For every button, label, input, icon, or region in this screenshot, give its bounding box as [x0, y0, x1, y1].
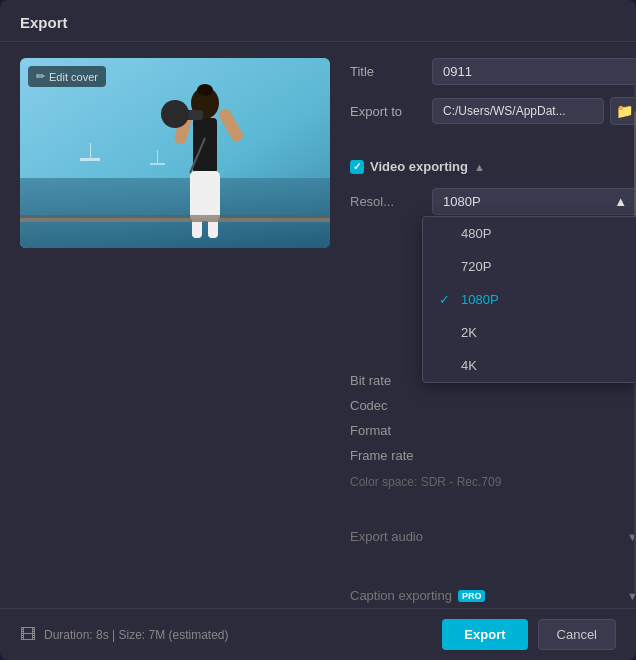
- dialog-footer: 🎞 Duration: 8s | Size: 7M (estimated) Ex…: [0, 608, 636, 660]
- footer-buttons: Export Cancel: [442, 619, 616, 650]
- cover-wrapper: ✏ Edit cover: [20, 58, 330, 248]
- svg-rect-11: [185, 110, 203, 120]
- folder-browse-button[interactable]: 📁: [610, 97, 636, 125]
- film-icon: 🎞: [20, 626, 36, 644]
- resolution-option-720p[interactable]: 720P: [423, 250, 636, 283]
- cancel-button[interactable]: Cancel: [538, 619, 616, 650]
- left-panel: ✏ Edit cover: [20, 58, 330, 592]
- resolution-option-4k[interactable]: 4K: [423, 349, 636, 382]
- resolution-dropdown-menu: 480P 720P ✓ 1080P 2K: [422, 216, 636, 383]
- title-row: Title: [350, 58, 636, 85]
- export-to-row: Export to 📁: [350, 97, 636, 125]
- video-checkbox[interactable]: ✓: [350, 160, 364, 174]
- svg-rect-3: [90, 143, 91, 158]
- resolution-dropdown-arrow: ▲: [614, 194, 627, 209]
- check-1080p: ✓: [439, 292, 453, 307]
- svg-rect-2: [80, 158, 100, 161]
- framerate-row: Frame rate: [350, 448, 636, 463]
- dialog-body: ✏ Edit cover Title Export to 📁: [0, 42, 636, 608]
- color-space-text: Color space: SDR - Rec.709: [350, 473, 636, 491]
- format-label: Format: [350, 423, 422, 438]
- option-label-4k: 4K: [461, 358, 477, 373]
- svg-rect-4: [150, 163, 165, 165]
- folder-row: 📁: [432, 97, 636, 125]
- resolution-value: 1080P: [443, 194, 481, 209]
- resolution-option-2k[interactable]: 2K: [423, 316, 636, 349]
- folder-icon: 📁: [616, 103, 633, 119]
- resolution-option-480p[interactable]: 480P: [423, 217, 636, 250]
- svg-rect-15: [20, 218, 330, 222]
- caption-section-label: Caption exporting: [350, 588, 452, 603]
- svg-rect-1: [20, 178, 330, 248]
- option-label-720p: 720P: [461, 259, 491, 274]
- video-section-arrow: ▲: [474, 161, 485, 173]
- resolution-row: Resol... 1080P ▲: [350, 188, 636, 215]
- svg-rect-5: [157, 150, 158, 163]
- export-dialog: Export: [0, 0, 636, 660]
- option-label-1080p: 1080P: [461, 292, 499, 307]
- svg-rect-14: [208, 208, 218, 238]
- audio-section-label: Export audio: [350, 529, 423, 544]
- caption-pro-badge: PRO: [458, 590, 486, 602]
- codec-label: Codec: [350, 398, 422, 413]
- codec-row: Codec: [350, 398, 636, 413]
- footer-info: 🎞 Duration: 8s | Size: 7M (estimated): [20, 626, 229, 644]
- edit-icon: ✏: [36, 70, 45, 83]
- video-section-label: Video exporting: [370, 159, 468, 174]
- option-label-480p: 480P: [461, 226, 491, 241]
- format-row: Format: [350, 423, 636, 438]
- right-panel: Title Export to 📁 ✓ Video expor: [350, 58, 636, 592]
- resolution-dropdown[interactable]: 1080P ▲: [432, 188, 636, 215]
- svg-point-7: [197, 84, 213, 96]
- svg-rect-13: [192, 208, 202, 238]
- export-to-label: Export to: [350, 104, 422, 119]
- title-input[interactable]: [432, 58, 636, 85]
- title-label: Title: [350, 64, 422, 79]
- framerate-label: Frame rate: [350, 448, 422, 463]
- dialog-title: Export: [0, 0, 636, 42]
- resolution-option-1080p[interactable]: ✓ 1080P: [423, 283, 636, 316]
- export-path-input[interactable]: [432, 98, 604, 124]
- video-section-header[interactable]: ✓ Video exporting ▲: [350, 157, 636, 176]
- edit-cover-label: Edit cover: [49, 71, 98, 83]
- audio-section-header[interactable]: Export audio ▼: [350, 523, 636, 550]
- svg-rect-8: [193, 118, 217, 173]
- export-button[interactable]: Export: [442, 619, 527, 650]
- duration-size-info: Duration: 8s | Size: 7M (estimated): [44, 628, 229, 642]
- settings-area: Resol... 1080P ▲ 480P 720P: [350, 188, 636, 491]
- option-label-2k: 2K: [461, 325, 477, 340]
- bitrate-label: Bit rate: [350, 373, 422, 388]
- caption-section-header[interactable]: Caption exporting PRO ▼: [350, 582, 636, 608]
- resolution-label: Resol...: [350, 194, 422, 209]
- svg-rect-16: [20, 215, 330, 218]
- edit-cover-button[interactable]: ✏ Edit cover: [28, 66, 106, 87]
